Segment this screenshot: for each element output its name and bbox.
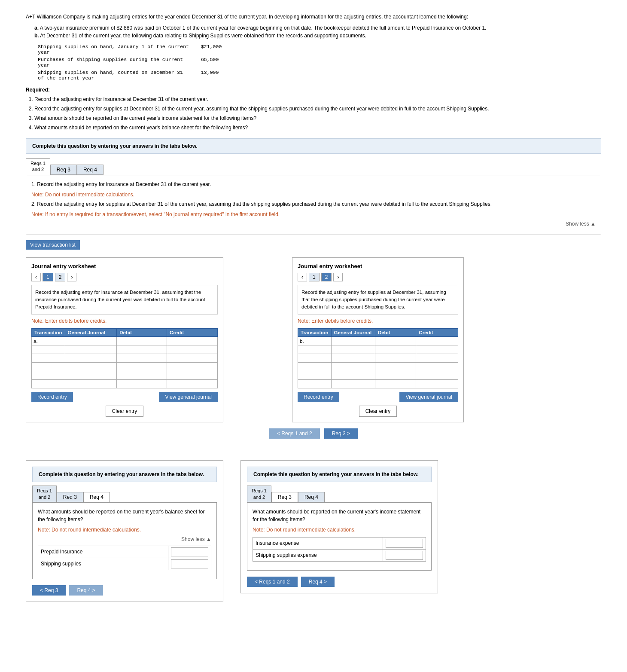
journal-input-journal-a3[interactable] [67,356,115,361]
journal-input-credit-b3[interactable] [418,356,456,361]
journal-cell-debit-b4[interactable] [375,363,416,371]
journal-cell-journal-b4[interactable] [331,363,375,371]
journal-cell-debit-a4[interactable] [117,363,167,371]
journal-cell-journal-b3[interactable] [331,354,375,363]
journal-cell-credit-a4[interactable] [167,363,218,371]
journal-cell-debit-a6[interactable] [117,380,167,388]
nav-reqs-and-2-button[interactable]: < Reqs 1 and 2 [269,428,320,439]
second-tab-reqs12-left[interactable]: Reqs 1and 2 [32,486,57,502]
second-show-less-left[interactable]: Show less ▲ [38,536,211,542]
journal-cell-credit-b[interactable] [416,337,458,345]
journal-input-credit-a4[interactable] [169,364,216,370]
journal-input-journal-b5[interactable] [333,373,373,378]
journal-input-debit-b[interactable] [377,339,414,344]
journal-input-journal-b3[interactable] [333,356,373,361]
tab-reqs12[interactable]: Reqs 1and 2 [26,158,50,175]
journal-cell-credit-b3[interactable] [416,354,458,363]
worksheet-right-page2[interactable]: 2 [321,273,332,281]
nav-reqs12-back-right[interactable]: < Reqs 1 and 2 [247,577,298,587]
journal-cell-debit-b[interactable] [375,337,416,345]
journal-input-credit-a6[interactable] [169,382,216,387]
income-value-2[interactable] [383,549,426,561]
nav-req4-next-right[interactable]: Req 4 > [301,577,335,587]
journal-input-debit-a[interactable] [119,339,165,344]
nav-req4-next-left[interactable]: Req 4 > [69,585,103,596]
journal-cell-journal-a3[interactable] [65,354,117,363]
journal-cell-credit-a6[interactable] [167,380,218,388]
second-tab-reqs12-right[interactable]: Reqs 1and 2 [247,486,271,502]
nav-req3-button[interactable]: Req 3 > [324,428,358,439]
nav-req3-back-left[interactable]: < Req 3 [32,585,66,596]
journal-cell-journal-b6[interactable] [331,380,375,388]
income-input-1[interactable] [386,539,423,548]
journal-input-credit-b[interactable] [418,339,456,344]
journal-cell-debit-a2[interactable] [117,345,167,354]
journal-input-journal-a5[interactable] [67,373,115,378]
worksheet-right-nav-back[interactable]: ‹ [298,273,307,281]
worksheet-left-nav-back[interactable]: ‹ [31,273,41,281]
journal-cell-journal-b2[interactable] [331,345,375,354]
journal-input-journal-a[interactable] [67,339,115,344]
view-transaction-list-button[interactable]: View transaction list [26,240,80,250]
journal-cell-debit-b3[interactable] [375,354,416,363]
second-tab-req4-right[interactable]: Req 4 [298,492,325,502]
journal-cell-journal-b5[interactable] [331,371,375,380]
journal-input-debit-b4[interactable] [377,364,414,370]
journal-cell-credit-b4[interactable] [416,363,458,371]
worksheet-right-nav-next[interactable]: › [333,273,343,281]
income-value-1[interactable] [383,537,426,549]
journal-cell-journal-b[interactable] [331,337,375,345]
journal-input-journal-b2[interactable] [333,347,373,352]
second-tab-req3-left[interactable]: Req 3 [57,492,83,502]
journal-cell-journal-a6[interactable] [65,380,117,388]
second-tab-req3-right[interactable]: Req 3 [271,492,298,502]
journal-input-debit-b2[interactable] [377,347,414,352]
journal-cell-credit-a5[interactable] [167,371,218,380]
journal-input-credit-a3[interactable] [169,356,216,361]
worksheet-left-page2[interactable]: 2 [55,273,66,281]
journal-input-debit-a6[interactable] [119,382,165,387]
journal-input-debit-b6[interactable] [377,382,414,387]
journal-cell-debit-b6[interactable] [375,380,416,388]
journal-cell-debit-a[interactable] [117,337,167,345]
journal-input-journal-a2[interactable] [67,347,115,352]
journal-cell-debit-a3[interactable] [117,354,167,363]
balance-input-1[interactable] [171,547,208,556]
journal-cell-credit-b6[interactable] [416,380,458,388]
journal-input-credit-b6[interactable] [418,382,456,387]
journal-cell-debit-b2[interactable] [375,345,416,354]
clear-entry-button-left[interactable]: Clear entry [106,406,144,417]
journal-input-debit-a4[interactable] [119,364,165,370]
journal-cell-journal-a[interactable] [65,337,117,345]
journal-cell-journal-a4[interactable] [65,363,117,371]
journal-input-journal-a6[interactable] [67,382,115,387]
balance-input-2[interactable] [171,559,208,568]
journal-cell-credit-a[interactable] [167,337,218,345]
worksheet-left-nav-next[interactable]: › [67,273,76,281]
tab-req4[interactable]: Req 4 [77,165,103,175]
journal-input-debit-a3[interactable] [119,356,165,361]
record-entry-button-right[interactable]: Record entry [298,392,339,402]
view-general-journal-button-left[interactable]: View general journal [159,392,218,402]
journal-input-credit-b4[interactable] [418,364,456,370]
journal-cell-credit-b5[interactable] [416,371,458,380]
journal-input-credit-b5[interactable] [418,373,456,378]
balance-value-1[interactable] [168,546,211,558]
journal-cell-debit-b5[interactable] [375,371,416,380]
journal-cell-debit-a5[interactable] [117,371,167,380]
journal-input-debit-a2[interactable] [119,347,165,352]
journal-input-debit-b3[interactable] [377,356,414,361]
journal-input-journal-b4[interactable] [333,364,373,370]
journal-cell-journal-a5[interactable] [65,371,117,380]
journal-input-journal-b[interactable] [333,339,373,344]
journal-input-credit-a5[interactable] [169,373,216,378]
record-entry-button-left[interactable]: Record entry [31,392,73,402]
show-less[interactable]: Show less ▲ [31,221,596,227]
worksheet-left-page1[interactable]: 1 [43,273,53,281]
journal-input-credit-a2[interactable] [169,347,216,352]
journal-cell-journal-a2[interactable] [65,345,117,354]
view-general-journal-button-right[interactable]: View general journal [399,392,458,402]
journal-input-credit-a[interactable] [169,339,216,344]
journal-cell-credit-b2[interactable] [416,345,458,354]
journal-input-debit-a5[interactable] [119,373,165,378]
